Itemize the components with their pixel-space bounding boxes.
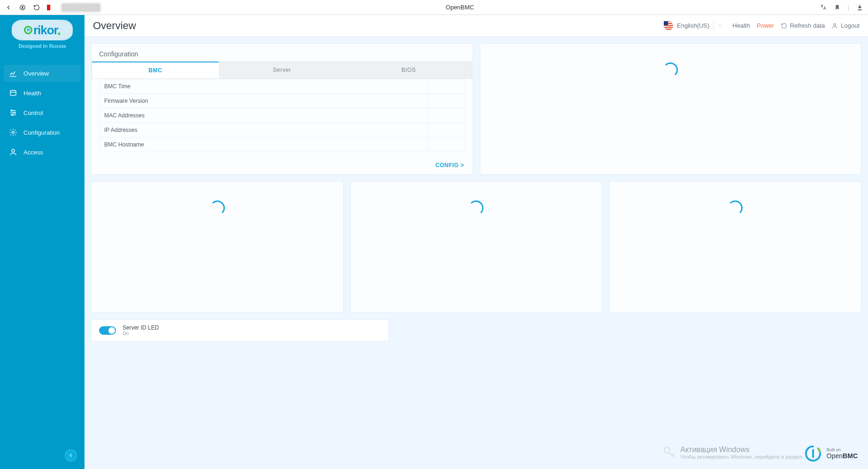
svg-point-7 xyxy=(834,23,836,26)
power-status[interactable]: Power xyxy=(757,22,774,29)
flag-us-icon xyxy=(664,21,673,31)
server-id-led-card: Server ID LED On xyxy=(91,319,389,341)
table-row: IP Addresses xyxy=(100,123,465,138)
sidebar-item-health[interactable]: Health xyxy=(4,85,81,101)
refresh-button[interactable]: Refresh data xyxy=(781,22,825,29)
url-blurred: ████████ xyxy=(62,4,100,11)
language-label: English(US) xyxy=(677,22,709,29)
page-title: Overview xyxy=(93,20,136,32)
user-icon xyxy=(8,147,18,157)
table-row: Firmware Version xyxy=(100,94,465,108)
sidebar-item-label: Overview xyxy=(23,70,49,77)
tab-server[interactable]: Server xyxy=(219,62,346,78)
loading-card xyxy=(480,43,862,175)
openbmc-logo-icon xyxy=(804,445,822,462)
spinner-icon xyxy=(469,200,484,215)
row-val xyxy=(427,138,465,152)
builton-a: Open xyxy=(827,452,843,460)
favicon xyxy=(47,5,55,10)
download-icon[interactable] xyxy=(856,4,863,11)
language-selector[interactable]: English(US) xyxy=(660,19,726,32)
brand-name: rikor xyxy=(33,23,58,38)
engine-icon[interactable] xyxy=(19,4,26,11)
tab-bios[interactable]: BIOS xyxy=(346,62,473,78)
loading-card xyxy=(91,181,344,313)
sidebar-item-label: Configuration xyxy=(23,129,60,136)
built-on-openbmc: Built on OpenBMC xyxy=(804,445,858,462)
chevron-down-icon xyxy=(717,22,722,29)
svg-point-3 xyxy=(14,112,15,114)
table-row: BMC Hostname xyxy=(100,138,465,152)
row-key: Firmware Version xyxy=(100,94,428,108)
sidebar-collapse-button[interactable] xyxy=(65,449,77,461)
browser-chrome: ████████ OpenBMC | xyxy=(0,0,868,15)
health-status[interactable]: Health xyxy=(732,22,750,29)
sidebar-nav: Overview Health Control Configuration xyxy=(0,62,84,163)
svg-point-5 xyxy=(12,131,15,134)
sidebar-item-label: Health xyxy=(23,90,41,97)
sidebar-item-control[interactable]: Control xyxy=(4,104,81,121)
tab-bmc[interactable]: BMC xyxy=(92,62,219,78)
row-val xyxy=(427,108,465,123)
server-id-led-toggle[interactable] xyxy=(99,326,116,335)
config-table: BMC Time Firmware Version MAC Addresses … xyxy=(99,79,465,152)
row-key: BMC Time xyxy=(100,79,428,94)
spinner-icon xyxy=(663,62,678,77)
logout-button[interactable]: Logout xyxy=(831,22,860,29)
row-val xyxy=(427,94,465,108)
translate-icon[interactable] xyxy=(820,4,827,11)
builton-small: Built on xyxy=(827,447,858,452)
row-key: IP Addresses xyxy=(100,123,428,138)
configuration-card: Configuration BMC Server BIOS BMC Time F… xyxy=(91,43,473,175)
table-row: MAC Addresses xyxy=(100,108,465,123)
svg-point-2 xyxy=(11,110,13,111)
row-key: BMC Hostname xyxy=(100,138,428,152)
svg-rect-1 xyxy=(10,91,16,96)
sidebar-item-access[interactable]: Access xyxy=(4,144,81,161)
sidebar-item-label: Control xyxy=(23,109,43,116)
brand-block: Rrikor. Designed In Russia xyxy=(0,17,84,62)
led-status: On xyxy=(123,331,159,336)
topbar: Overview English(US) Health Power xyxy=(84,15,868,37)
tab-title: OpenBMC xyxy=(100,4,820,11)
reload-icon[interactable] xyxy=(33,4,40,11)
loading-card xyxy=(609,181,861,313)
sidebar-item-configuration[interactable]: Configuration xyxy=(4,124,81,141)
chart-icon xyxy=(8,69,18,78)
refresh-label: Refresh data xyxy=(790,22,825,29)
row-key: MAC Addresses xyxy=(100,108,428,123)
spinner-icon xyxy=(728,200,743,215)
brand-tagline: Designed In Russia xyxy=(18,43,66,49)
svg-point-6 xyxy=(12,149,15,152)
back-icon[interactable] xyxy=(5,4,12,11)
row-val xyxy=(427,123,465,138)
svg-point-4 xyxy=(12,114,13,115)
content: Configuration BMC Server BIOS BMC Time F… xyxy=(84,37,868,469)
bookmark-icon[interactable] xyxy=(834,4,841,11)
health-icon xyxy=(8,88,18,98)
health-label: Health xyxy=(732,22,750,29)
config-tabs: BMC Server BIOS xyxy=(92,62,473,79)
main: Overview English(US) Health Power xyxy=(84,15,868,469)
sidebar-item-label: Access xyxy=(23,149,43,156)
table-row: BMC Time xyxy=(100,79,465,94)
led-label: Server ID LED xyxy=(123,324,159,331)
brand-logo: Rrikor. xyxy=(12,20,73,40)
config-link[interactable]: CONFIG > xyxy=(435,162,464,169)
sliders-icon xyxy=(8,108,18,117)
loading-card xyxy=(350,181,603,313)
power-label: Power xyxy=(757,22,774,29)
card-title: Configuration xyxy=(99,50,465,58)
logout-label: Logout xyxy=(841,22,860,29)
spinner-icon xyxy=(210,200,225,215)
gear-icon xyxy=(8,128,18,137)
builton-b: BMC xyxy=(843,452,858,460)
sidebar: Rrikor. Designed In Russia Overview Heal… xyxy=(0,15,84,469)
sidebar-item-overview[interactable]: Overview xyxy=(4,65,81,82)
row-val xyxy=(427,79,465,94)
